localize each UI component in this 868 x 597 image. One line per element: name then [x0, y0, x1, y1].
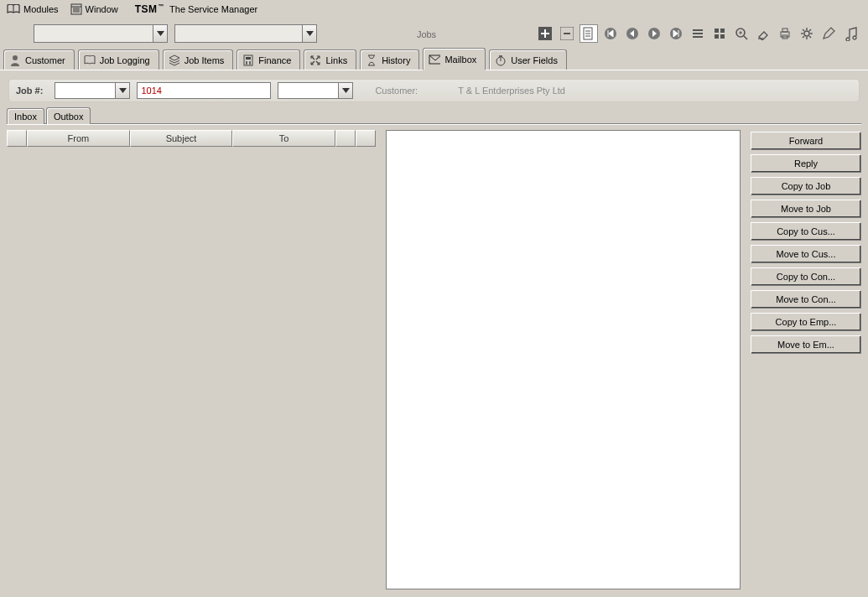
- grid-icon[interactable]: [710, 24, 729, 43]
- move-to-cus-button[interactable]: Move to Cus...: [751, 245, 861, 263]
- button-label: Copy to Cus...: [777, 226, 835, 236]
- next-icon[interactable]: [645, 24, 663, 43]
- button-label: Move to Cus...: [777, 249, 836, 259]
- svg-point-38: [13, 55, 18, 60]
- subtab-outbox[interactable]: Outbox: [46, 107, 91, 124]
- copy-to-con-button[interactable]: Copy to Con...: [751, 267, 861, 286]
- menu-modules[interactable]: Modules: [7, 4, 59, 14]
- app-brand: TSM™ The Service Manager: [135, 3, 258, 15]
- document-icon[interactable]: [580, 24, 598, 43]
- button-label: Copy to Con...: [777, 272, 835, 282]
- tab-links[interactable]: Links: [304, 49, 356, 70]
- tab-customer[interactable]: Customer: [3, 49, 75, 70]
- tab-user-fields[interactable]: User Fields: [489, 49, 567, 70]
- col-extra-2[interactable]: [356, 130, 376, 147]
- menu-window-label: Window: [86, 4, 118, 14]
- last-icon[interactable]: [667, 24, 685, 43]
- print-icon[interactable]: [776, 24, 794, 43]
- main-tabs: Customer Job Logging Job Items Finance L…: [0, 49, 868, 70]
- gear-icon[interactable]: [798, 24, 816, 43]
- chevron-down-icon[interactable]: [302, 25, 316, 42]
- svg-point-29: [804, 31, 809, 36]
- book-open-icon: [84, 55, 96, 66]
- brand-full: The Service Manager: [169, 4, 257, 14]
- erase-icon[interactable]: [754, 24, 772, 43]
- job-number-field[interactable]: 1014: [137, 82, 271, 99]
- subtab-label: Outbox: [54, 112, 83, 122]
- toolbar-combo-1-value: [34, 25, 153, 42]
- svg-rect-19: [715, 34, 719, 39]
- job-number-value: 1014: [138, 83, 270, 98]
- col-label: To: [279, 133, 289, 143]
- svg-point-41: [246, 61, 247, 63]
- mail-list-body[interactable]: [7, 147, 376, 589]
- job-number-combo-1[interactable]: [55, 82, 130, 99]
- job-number-combo-2[interactable]: [278, 82, 353, 99]
- svg-rect-1: [71, 4, 81, 14]
- svg-line-35: [809, 36, 811, 38]
- move-to-con-button[interactable]: Move to Con...: [751, 290, 861, 309]
- tab-finance[interactable]: Finance: [236, 49, 300, 70]
- svg-line-22: [744, 36, 747, 39]
- button-label: Forward: [789, 136, 823, 146]
- tab-job-logging[interactable]: Job Logging: [78, 49, 159, 70]
- move-to-job-button[interactable]: Move to Job: [751, 200, 861, 218]
- copy-to-job-button[interactable]: Copy to Job: [751, 177, 861, 195]
- customer-label: Customer:: [375, 86, 418, 96]
- toolbar-combo-1[interactable]: [34, 24, 168, 43]
- chevron-down-icon[interactable]: [153, 25, 167, 42]
- col-label: Subject: [166, 133, 197, 143]
- button-label: Move to Job: [781, 204, 831, 214]
- pencil-icon[interactable]: [819, 24, 838, 43]
- zoom-icon[interactable]: [732, 24, 751, 43]
- copy-to-emp-button[interactable]: Copy to Emp...: [751, 313, 861, 331]
- toolbar-combo-2[interactable]: [174, 24, 317, 43]
- copy-to-cus-button[interactable]: Copy to Cus...: [751, 222, 861, 241]
- first-icon[interactable]: [601, 24, 620, 43]
- trademark-icon: ™: [159, 3, 165, 9]
- toolbar-icons: [536, 24, 861, 43]
- svg-rect-39: [244, 55, 252, 65]
- customer-value: T & L Entderprises Pty Ltd: [458, 86, 565, 96]
- svg-rect-20: [720, 34, 725, 39]
- minus-icon[interactable]: [558, 24, 576, 43]
- tab-label: User Fields: [511, 55, 558, 65]
- svg-line-37: [809, 29, 811, 31]
- window-icon: [70, 3, 82, 15]
- envelope-icon: [429, 54, 440, 65]
- tab-mailbox[interactable]: Mailbox: [423, 48, 486, 70]
- svg-rect-18: [720, 29, 725, 33]
- col-handle[interactable]: [7, 130, 27, 147]
- reply-button[interactable]: Reply: [751, 154, 861, 173]
- music-icon[interactable]: [841, 24, 860, 43]
- col-to[interactable]: To: [232, 130, 335, 147]
- col-extra-1[interactable]: [335, 130, 356, 147]
- tab-label: Links: [325, 55, 347, 65]
- mail-list-header: From Subject To: [7, 130, 376, 147]
- stopwatch-icon: [495, 55, 507, 66]
- col-from[interactable]: From: [27, 130, 130, 147]
- list-icon[interactable]: [689, 24, 707, 43]
- menubar: Modules Window TSM™ The Service Manager: [0, 0, 868, 18]
- tab-label: Customer: [25, 55, 65, 65]
- svg-point-44: [249, 63, 251, 65]
- menu-window[interactable]: Window: [70, 3, 118, 15]
- col-subject[interactable]: Subject: [130, 130, 233, 147]
- tab-history[interactable]: History: [360, 49, 419, 70]
- add-icon[interactable]: [536, 24, 554, 43]
- forward-button[interactable]: Forward: [751, 132, 861, 150]
- chevron-down-icon[interactable]: [115, 83, 129, 98]
- tab-job-items[interactable]: Job Items: [163, 49, 234, 70]
- svg-rect-27: [782, 29, 787, 32]
- chevron-down-icon[interactable]: [338, 83, 352, 98]
- mail-list: From Subject To: [7, 130, 376, 589]
- subtab-inbox[interactable]: Inbox: [7, 108, 44, 124]
- mailbox-area: From Subject To Forward Reply Copy to Jo…: [0, 125, 868, 596]
- button-label: Move to Con...: [776, 294, 836, 304]
- mail-preview: [386, 130, 741, 589]
- brand-short: TSM: [135, 3, 158, 15]
- prev-icon[interactable]: [623, 24, 642, 43]
- move-to-emp-button[interactable]: Move to Em...: [751, 335, 861, 354]
- svg-rect-17: [715, 29, 719, 33]
- tab-label: History: [382, 55, 410, 65]
